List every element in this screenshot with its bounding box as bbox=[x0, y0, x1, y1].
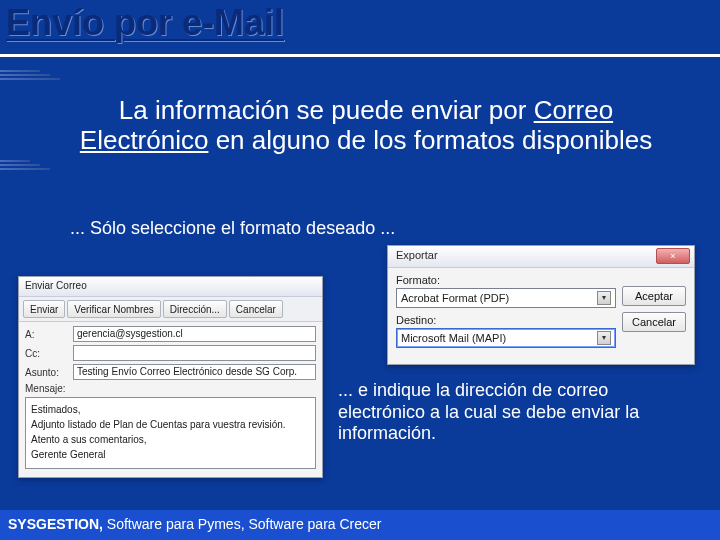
mail-dialog: Enviar Correo Enviar Verificar Nombres D… bbox=[18, 276, 323, 478]
intro-prefix: La información se puede enviar por bbox=[119, 95, 534, 125]
to-label: A: bbox=[25, 329, 69, 340]
accept-button[interactable]: Aceptar bbox=[622, 286, 686, 306]
mail-title: Enviar Correo bbox=[25, 280, 87, 291]
cc-field[interactable] bbox=[73, 345, 316, 361]
slide-title: Envío por e-Mail bbox=[6, 2, 284, 44]
subject-field[interactable]: Testing Envío Correo Electrónico desde S… bbox=[73, 364, 316, 380]
format-combo[interactable]: Acrobat Format (PDF) ▾ bbox=[396, 288, 616, 308]
cc-label: Cc: bbox=[25, 348, 69, 359]
format-label: Formato: bbox=[396, 274, 616, 286]
intro-suffix: en alguno de los formatos disponibles bbox=[208, 125, 652, 155]
intro-text: La información se puede enviar por Corre… bbox=[66, 96, 666, 156]
footer-text: Software para Pymes, Software para Crece… bbox=[103, 516, 382, 532]
subject-label: Asunto: bbox=[25, 367, 69, 378]
mail-toolbar: Enviar Verificar Nombres Dirección... Ca… bbox=[19, 297, 322, 322]
format-value: Acrobat Format (PDF) bbox=[401, 292, 509, 304]
chevron-down-icon: ▾ bbox=[597, 331, 611, 345]
cancel-button[interactable]: Cancelar bbox=[622, 312, 686, 332]
dest-label: Destino: bbox=[396, 314, 616, 326]
step2-text: ... e indique la dirección de correo ele… bbox=[338, 380, 698, 445]
send-button[interactable]: Enviar bbox=[23, 300, 65, 318]
verify-button[interactable]: Verificar Nombres bbox=[67, 300, 160, 318]
msg-line: Atento a sus comentarios, bbox=[31, 432, 310, 447]
dest-value: Microsoft Mail (MAPI) bbox=[401, 332, 506, 344]
title-underline bbox=[0, 54, 720, 57]
export-titlebar: Exportar × bbox=[388, 246, 694, 268]
message-body[interactable]: Estimados, Adjunto listado de Plan de Cu… bbox=[25, 397, 316, 469]
footer-brand: SYSGESTION, bbox=[8, 516, 103, 532]
export-dialog: Exportar × Formato: Acrobat Format (PDF)… bbox=[387, 245, 695, 365]
close-icon[interactable]: × bbox=[656, 248, 690, 264]
msg-line: Estimados, bbox=[31, 402, 310, 417]
to-field[interactable]: gerencia@sysgestion.cl bbox=[73, 326, 316, 342]
cancel-button[interactable]: Cancelar bbox=[229, 300, 283, 318]
msg-line: Gerente General bbox=[31, 447, 310, 462]
export-title: Exportar bbox=[396, 249, 438, 261]
dest-combo[interactable]: Microsoft Mail (MAPI) ▾ bbox=[396, 328, 616, 348]
address-button[interactable]: Dirección... bbox=[163, 300, 227, 318]
msg-line: Adjunto listado de Plan de Cuentas para … bbox=[31, 417, 310, 432]
footer: SYSGESTION, Software para Pymes, Softwar… bbox=[0, 510, 720, 540]
message-label: Mensaje: bbox=[25, 383, 69, 394]
step1-text: ... Sólo seleccione el formato deseado .… bbox=[70, 218, 630, 239]
mail-titlebar: Enviar Correo bbox=[19, 277, 322, 297]
chevron-down-icon: ▾ bbox=[597, 291, 611, 305]
